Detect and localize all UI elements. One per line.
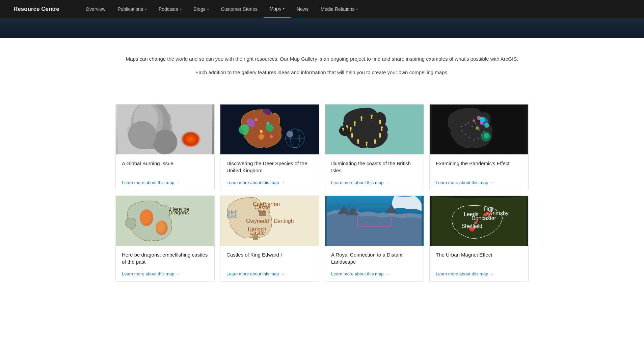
chevron-down-icon: ▾ [180, 7, 182, 11]
intro-line2: Each addition to the gallery features id… [101, 68, 543, 77]
arrow-icon: → [280, 271, 285, 276]
map-title: Examining the Pandemic's Effect [436, 160, 522, 173]
svg-point-40 [480, 121, 483, 125]
map-visual-burning [116, 105, 214, 154]
svg-point-9 [287, 131, 293, 138]
map-title: Discovering the Deer Species of the Unit… [226, 160, 313, 174]
learn-more-link[interactable]: Learn more about this map → [436, 180, 522, 185]
svg-point-64 [156, 221, 165, 233]
map-card-content: The Urban Magnet Effect Learn more about… [430, 246, 528, 281]
svg-point-45 [465, 124, 466, 125]
nav-item-news[interactable]: News [291, 0, 315, 18]
svg-text:Gwynedd: Gwynedd [246, 218, 269, 224]
learn-more-link[interactable]: Learn more about this map → [331, 180, 418, 185]
brand-logo[interactable]: Resource Centre [14, 6, 59, 12]
svg-point-28 [357, 139, 359, 141]
svg-rect-72 [261, 210, 262, 212]
map-title: A Global Burning Issue [122, 160, 208, 173]
svg-rect-29 [351, 135, 353, 138]
map-image-deer [220, 105, 319, 154]
svg-point-32 [350, 127, 352, 129]
learn-more-link[interactable]: Learn more about this map → [226, 180, 313, 185]
svg-point-36 [346, 125, 348, 127]
learn-more-link[interactable]: Learn more about this map → [122, 271, 208, 276]
nav-item-maps[interactable]: Maps ▾ [264, 0, 291, 18]
svg-point-12 [354, 121, 356, 123]
map-image-urban: Hull Grimsby Doncaster Sheffield Leeds [430, 196, 528, 246]
svg-point-44 [473, 119, 475, 122]
svg-point-59 [484, 133, 489, 139]
chevron-down-icon: ▾ [356, 7, 358, 11]
svg-point-4 [260, 130, 263, 133]
svg-point-2 [255, 118, 258, 121]
svg-rect-25 [366, 143, 367, 146]
svg-point-24 [374, 139, 376, 141]
svg-point-47 [472, 126, 473, 127]
map-card-dragons: Here be Dragons Here be dragons: embelli… [115, 196, 215, 281]
svg-point-18 [379, 120, 381, 122]
nav-item-overview[interactable]: Overview [80, 0, 111, 18]
intro-section: Maps can change the world and so can you… [0, 38, 644, 95]
nav-item-blogs[interactable]: Blogs ▾ [188, 0, 215, 18]
arrow-icon: → [385, 180, 389, 185]
svg-point-30 [351, 133, 353, 135]
nav-item-podcasts[interactable]: Podcasts ▾ [153, 0, 188, 18]
svg-point-62 [140, 210, 151, 224]
map-image-burning [116, 105, 214, 154]
learn-more-link[interactable]: Learn more about this map → [226, 271, 313, 276]
nav-item-publications[interactable]: Publications ▾ [111, 0, 153, 18]
map-title: Illuminating the coasts of the British I… [331, 160, 418, 174]
map-visual-coasts [325, 105, 424, 154]
svg-rect-0 [118, 105, 212, 154]
map-card-content: Here be dragons: embellishing castles of… [116, 246, 214, 281]
learn-more-link[interactable]: Learn more about this map → [331, 271, 418, 276]
svg-rect-15 [371, 116, 372, 119]
svg-rect-19 [381, 128, 382, 131]
map-image-dragons: Here be Dragons [116, 196, 214, 246]
svg-point-16 [371, 115, 373, 117]
nav-item-customer-stories[interactable]: Customer Stories [215, 0, 264, 18]
map-card-content: Discovering the Deer Species of the Unit… [220, 154, 319, 190]
map-card-content: A Global Burning Issue Learn more about … [116, 154, 214, 190]
chevron-down-icon: ▾ [283, 7, 285, 10]
map-card-content: Illuminating the coasts of the British I… [325, 154, 424, 190]
map-visual-dragons: Here be Dragons [116, 196, 214, 246]
arrow-icon: → [176, 271, 180, 276]
learn-more-link[interactable]: Learn more about this map → [122, 180, 208, 185]
svg-point-55 [465, 134, 466, 135]
nav-item-media-relations[interactable]: Media Relations ▾ [315, 0, 364, 18]
map-image-royal [325, 196, 424, 246]
map-card-castles: Caernarfon Castle Gwynedd Harlech Castle… [220, 196, 319, 281]
svg-text:Leeds: Leeds [464, 211, 479, 217]
map-visual-castles: Caernarfon Castle Gwynedd Harlech Castle… [220, 196, 319, 246]
svg-text:Castle: Castle [254, 205, 270, 210]
svg-point-5 [270, 135, 273, 138]
svg-rect-78 [252, 235, 253, 236]
map-visual-royal [325, 196, 424, 246]
map-card-burning: A Global Burning Issue Learn more about … [115, 104, 215, 190]
arrow-icon: → [176, 180, 180, 185]
intro-line1: Maps can change the world and so can you… [101, 55, 543, 63]
chevron-down-icon: ▾ [145, 7, 146, 11]
svg-rect-27 [357, 141, 359, 144]
svg-rect-17 [379, 121, 381, 124]
svg-point-52 [478, 138, 479, 139]
map-image-coasts [325, 105, 424, 154]
svg-point-57 [461, 126, 462, 127]
arrow-icon: → [280, 180, 285, 185]
svg-rect-80 [256, 235, 258, 236]
map-title: Castles of King Edward I [226, 251, 313, 265]
map-visual-urban: Hull Grimsby Doncaster Sheffield Leeds [430, 196, 528, 246]
svg-point-49 [479, 129, 480, 130]
map-card-content: Examining the Pandemic's Effect Learn mo… [430, 154, 528, 190]
map-visual-pandemic [430, 105, 528, 154]
svg-rect-21 [379, 135, 381, 138]
arrow-icon: → [489, 271, 494, 276]
map-card-coasts: Illuminating the coasts of the British I… [325, 104, 424, 190]
svg-point-53 [473, 139, 475, 141]
learn-more-link[interactable]: Learn more about this map → [436, 271, 522, 276]
svg-point-22 [379, 133, 381, 135]
svg-rect-13 [361, 118, 362, 121]
svg-point-41 [477, 116, 481, 120]
svg-text:Sea: Sea [227, 213, 237, 219]
